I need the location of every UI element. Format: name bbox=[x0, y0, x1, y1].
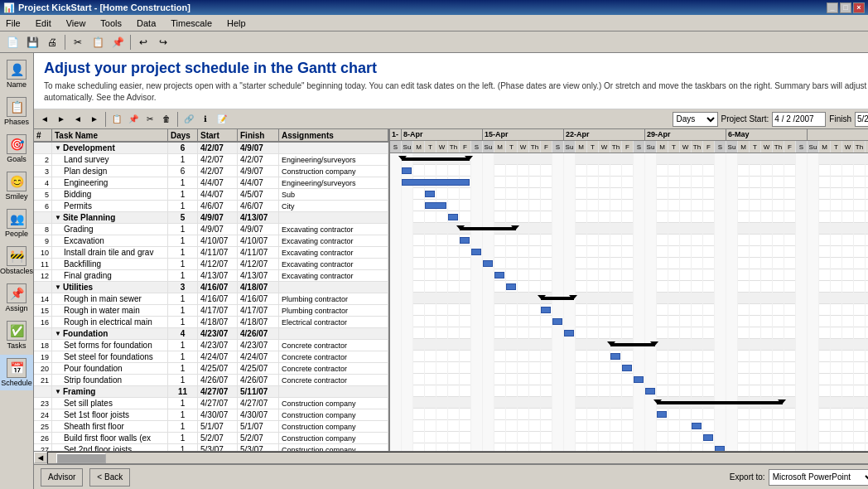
view-select[interactable]: Days Weeks Months bbox=[673, 112, 718, 127]
gantt-bar[interactable] bbox=[402, 179, 470, 186]
gantt-bar[interactable] bbox=[645, 388, 655, 395]
task-row[interactable]: 20Pour foundation14/25/074/25/07Concrete… bbox=[34, 363, 388, 375]
sidebar-item-phases[interactable]: 📋 Phases bbox=[0, 94, 33, 129]
task-row[interactable]: 8Grading14/9/074/9/07Excavating contract… bbox=[34, 224, 388, 235]
gantt-bar[interactable] bbox=[425, 202, 446, 209]
sidebar-item-tasks[interactable]: ✅ Tasks bbox=[0, 317, 33, 353]
sidebar-item-obstacles[interactable]: 🚧 Obstacles bbox=[0, 243, 33, 278]
task-row[interactable]: 26Build first floor walls (ex15/2/075/2/… bbox=[34, 433, 388, 444]
task-row[interactable]: 18Set forms for foundation14/23/074/23/0… bbox=[34, 340, 388, 351]
maximize-button[interactable]: □ bbox=[840, 2, 851, 13]
sidebar-item-smiley[interactable]: 😊 Smiley bbox=[0, 168, 33, 204]
task-row[interactable]: 16Rough in electrical main14/18/074/18/0… bbox=[34, 317, 388, 328]
gantt-bar[interactable] bbox=[703, 434, 713, 441]
h-scroll-left[interactable]: ◄ bbox=[34, 452, 47, 463]
task-row[interactable]: 11Backfilling14/12/074/12/07Excavating c… bbox=[34, 259, 388, 270]
gantt-bar[interactable] bbox=[692, 423, 702, 429]
task-row[interactable]: 3Plan design64/2/074/9/07Construction co… bbox=[34, 166, 388, 177]
save-btn[interactable]: 💾 bbox=[23, 34, 41, 51]
menu-view[interactable]: View bbox=[64, 17, 89, 29]
task-row[interactable]: ▼Foundation44/23/074/26/07 bbox=[34, 328, 388, 340]
menu-timescale[interactable]: Timescale bbox=[168, 17, 215, 29]
task-row[interactable]: 5Bidding14/4/074/5/07Sub bbox=[34, 189, 388, 201]
close-button[interactable]: × bbox=[853, 2, 865, 13]
gantt-link-btn[interactable]: 🔗 bbox=[181, 112, 196, 127]
menu-tools[interactable]: Tools bbox=[98, 17, 124, 29]
task-row[interactable]: 23Set sill plates14/27/074/27/07Construc… bbox=[34, 398, 388, 409]
gantt-cut-btn[interactable]: ✂ bbox=[142, 112, 157, 127]
gantt-delete-btn[interactable]: 🗑 bbox=[159, 112, 174, 127]
redo-btn[interactable]: ↪ bbox=[154, 34, 172, 51]
gantt-bar[interactable] bbox=[564, 330, 574, 336]
gantt-bar[interactable] bbox=[506, 283, 516, 290]
nav-next2-btn[interactable]: ► bbox=[87, 112, 102, 127]
minimize-button[interactable]: _ bbox=[827, 2, 838, 13]
task-row[interactable]: 15Rough in water main14/17/074/17/07Plum… bbox=[34, 305, 388, 317]
print-btn[interactable]: 🖨 bbox=[43, 34, 61, 51]
gantt-bar[interactable] bbox=[448, 214, 458, 220]
task-row[interactable]: 4Engineering14/4/074/4/07Engineering/sur… bbox=[34, 177, 388, 189]
task-row[interactable]: 12Final grading14/13/074/13/07Excavating… bbox=[34, 270, 388, 282]
gantt-bar[interactable] bbox=[494, 272, 504, 278]
cut-btn[interactable]: ✂ bbox=[69, 34, 87, 51]
gantt-bar[interactable] bbox=[402, 167, 412, 174]
finish-input[interactable] bbox=[855, 112, 868, 127]
gantt-summary-bar bbox=[657, 401, 783, 404]
task-start: 4/2/07 bbox=[198, 166, 238, 177]
menu-file[interactable]: File bbox=[3, 17, 23, 29]
undo-btn[interactable]: ↩ bbox=[134, 34, 152, 51]
project-start-input[interactable] bbox=[772, 112, 826, 127]
gantt-bar[interactable] bbox=[541, 307, 551, 313]
sidebar-item-schedule[interactable]: 📅 Schedule bbox=[0, 355, 33, 390]
h-scroll-thumb[interactable] bbox=[56, 453, 106, 463]
task-row[interactable]: 27Set 2nd floor joists15/3/075/3/07Const… bbox=[34, 444, 388, 451]
task-row[interactable]: ▼Development64/2/074/9/07 bbox=[34, 143, 388, 154]
sidebar-item-name[interactable]: 👤 Name bbox=[0, 56, 33, 92]
advisor-button[interactable]: Advisor bbox=[41, 468, 83, 487]
task-row[interactable]: 24Set 1st floor joists14/30/074/30/07Con… bbox=[34, 409, 388, 421]
nav-prev2-btn[interactable]: ◄ bbox=[70, 112, 85, 127]
sidebar-item-assign[interactable]: 📌 Assign bbox=[0, 280, 33, 316]
task-row[interactable]: 14Rough in main sewer14/16/074/16/07Plum… bbox=[34, 293, 388, 305]
task-row[interactable]: ▼Site Planning54/9/074/13/07 bbox=[34, 212, 388, 224]
gantt-bar[interactable] bbox=[634, 376, 644, 383]
task-row[interactable]: 10Install drain tile and grav14/11/074/1… bbox=[34, 247, 388, 259]
task-row[interactable]: 9Excavation14/10/074/10/07Excavating con… bbox=[34, 235, 388, 247]
nav-next-btn[interactable]: ► bbox=[54, 112, 69, 127]
gantt-day-cell: F bbox=[622, 141, 634, 153]
gantt-info-btn[interactable]: ℹ bbox=[198, 112, 213, 127]
export-select[interactable]: Microsoft PowerPoint Microsoft Word Micr… bbox=[769, 469, 868, 486]
new-btn[interactable]: 📄 bbox=[3, 34, 22, 51]
task-assign: Excavating contractor bbox=[279, 270, 388, 282]
task-name: Pour foundation bbox=[52, 363, 168, 375]
gantt-notes-btn[interactable]: 📝 bbox=[215, 112, 229, 127]
h-scroll-track[interactable] bbox=[47, 452, 868, 464]
gantt-paste-btn[interactable]: 📌 bbox=[126, 112, 141, 127]
task-row[interactable]: 21Strip foundation14/26/074/26/07Concret… bbox=[34, 375, 388, 386]
gantt-bar[interactable] bbox=[460, 237, 470, 244]
gantt-bar[interactable] bbox=[552, 318, 562, 325]
gantt-bar[interactable] bbox=[715, 446, 725, 451]
nav-prev-btn[interactable]: ◄ bbox=[37, 112, 52, 127]
gantt-bar[interactable] bbox=[483, 260, 493, 267]
task-row[interactable]: 25Sheath first floor15/1/075/1/07Constru… bbox=[34, 421, 388, 433]
menu-data[interactable]: Data bbox=[134, 17, 158, 29]
task-row[interactable]: 19Set steel for foundations14/24/074/24/… bbox=[34, 351, 388, 363]
task-row[interactable]: 6Permits14/6/074/6/07City bbox=[34, 201, 388, 212]
gantt-bar[interactable] bbox=[610, 353, 620, 360]
gantt-bar[interactable] bbox=[622, 365, 632, 371]
gantt-bar[interactable] bbox=[425, 191, 435, 197]
task-row[interactable]: 2Land survey14/2/074/2/07Engineering/sur… bbox=[34, 154, 388, 166]
menu-edit[interactable]: Edit bbox=[33, 17, 54, 29]
paste-btn[interactable]: 📌 bbox=[108, 34, 127, 51]
task-row[interactable]: ▼Utilities34/16/074/18/07 bbox=[34, 282, 388, 293]
sidebar-item-people[interactable]: 👥 People bbox=[0, 206, 33, 241]
task-row[interactable]: ▼Framing114/27/075/11/07 bbox=[34, 386, 388, 398]
gantt-copy-btn[interactable]: 📋 bbox=[109, 112, 124, 127]
back-button[interactable]: < Back bbox=[89, 468, 130, 487]
menu-help[interactable]: Help bbox=[224, 17, 248, 29]
copy-btn[interactable]: 📋 bbox=[89, 34, 107, 51]
gantt-bar[interactable] bbox=[471, 249, 481, 255]
sidebar-item-goals[interactable]: 🎯 Goals bbox=[0, 131, 33, 167]
gantt-bar[interactable] bbox=[657, 411, 667, 418]
